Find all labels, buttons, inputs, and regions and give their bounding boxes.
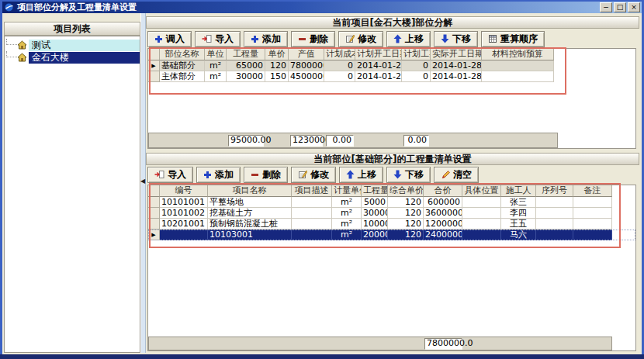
row-selector[interactable]: ▶ [148, 60, 160, 71]
panel-splitter[interactable]: ◀ [140, 13, 146, 353]
grid-cell[interactable]: 10201001 [160, 219, 208, 230]
grid-cell[interactable] [536, 230, 573, 240]
grid-cell[interactable]: m² [205, 71, 227, 82]
delete-button[interactable]: 删除 [244, 167, 288, 183]
column-header[interactable]: 编号 [160, 185, 208, 197]
grid-cell[interactable] [573, 197, 612, 208]
table-row[interactable]: 主体部分m²30000150450000002014-01-2802014-01… [148, 71, 635, 82]
column-header[interactable]: 材料控制预算 [482, 49, 554, 60]
maximize-button[interactable]: □ [614, 2, 626, 12]
grid-cell[interactable] [462, 208, 501, 219]
grid-cell[interactable]: 2400000 [424, 230, 462, 240]
sidebar-item-test[interactable]: 测试 [5, 39, 140, 51]
move-up-button[interactable]: 上移 [386, 31, 431, 47]
row-selector[interactable]: ▶ [148, 230, 160, 240]
grid-cell[interactable]: 2014-01-28 [431, 60, 482, 71]
grid-cell[interactable]: m² [332, 197, 362, 208]
grid-cell[interactable]: 预制钢筋混凝土桩 [208, 219, 292, 230]
grid-cell[interactable] [292, 230, 332, 240]
grid-cell[interactable]: 10000 [362, 219, 388, 230]
grid-cell[interactable]: 挖基础土方 [208, 208, 292, 219]
grid-cell[interactable]: 30000 [362, 208, 388, 219]
grid-cell[interactable]: 2014-01-28 [355, 71, 402, 82]
grid-cell[interactable] [462, 219, 501, 230]
move-down-button[interactable]: 下移 [434, 31, 478, 47]
column-header[interactable]: 序列号 [536, 185, 573, 197]
grid-cell[interactable] [482, 60, 554, 71]
grid-cell[interactable]: 0 [402, 71, 431, 82]
grid-cell[interactable] [536, 219, 573, 230]
grid-cell[interactable]: 3600000 [424, 208, 462, 219]
grid-cell[interactable]: 基础部分 [160, 60, 205, 71]
grid-cell[interactable] [292, 208, 332, 219]
row-selector[interactable] [148, 219, 160, 230]
column-header[interactable]: 部位名称 [160, 49, 205, 60]
grid-cell[interactable]: 10101002 [160, 208, 208, 219]
delete-button[interactable]: 删除 [291, 31, 335, 47]
grid-cell[interactable] [573, 208, 612, 219]
column-header[interactable]: 计划开工日期 [355, 49, 402, 60]
titlebar[interactable]: 项目部位分解及工程量清单设置 − □ × [2, 2, 642, 13]
grid-cell[interactable] [160, 230, 208, 240]
grid-cell[interactable]: 2014-01-28 [355, 60, 402, 71]
sidebar-item-jinshi-building[interactable]: 金石大楼 [5, 51, 140, 64]
column-header[interactable]: 工程量 [227, 49, 265, 60]
grid-cell[interactable]: m² [332, 219, 362, 230]
grid-cell[interactable] [462, 230, 501, 240]
modify-button[interactable]: 修改 [338, 31, 383, 47]
grid-cell[interactable]: 20000 [362, 230, 388, 240]
grid-cell[interactable]: 张三 [501, 197, 536, 208]
grid-cell[interactable]: 120 [388, 219, 424, 230]
row-selector[interactable] [148, 71, 160, 82]
table-row[interactable]: ▶10103001m²200001202400000马六 [148, 230, 635, 240]
grid-cell[interactable]: 120 [388, 197, 424, 208]
column-header[interactable]: 备注 [573, 185, 612, 197]
column-header[interactable]: 工程量 [362, 185, 388, 197]
grid-cell[interactable]: 2014-01-28 [431, 71, 482, 82]
clear-button[interactable]: 清空 [434, 167, 479, 183]
splitter-collapse-arrow[interactable]: ◀ [140, 178, 145, 185]
grid-cell[interactable]: 0 [402, 60, 431, 71]
column-header[interactable]: 合价 [424, 185, 462, 197]
column-header[interactable]: 项目描述 [292, 185, 332, 197]
column-header[interactable]: 具体位置 [462, 185, 501, 197]
row-selector[interactable] [148, 208, 160, 219]
grid-cell[interactable]: 7800000 [289, 60, 324, 71]
grid-cell[interactable]: m² [205, 60, 227, 71]
grid-cell[interactable]: 150 [265, 71, 289, 82]
grid-cell[interactable]: 65000 [227, 60, 265, 71]
grid-cell[interactable]: 马六 [501, 230, 536, 240]
grid-cell[interactable]: 0 [324, 71, 355, 82]
move-down-button[interactable]: 下移 [386, 167, 431, 183]
grid-cell[interactable] [292, 219, 332, 230]
grid-cell[interactable]: 王五 [501, 219, 536, 230]
grid-cell[interactable]: 10101001 [160, 197, 208, 208]
grid-cell[interactable]: 30000 [227, 71, 265, 82]
grid-cell[interactable]: 120 [388, 230, 424, 240]
close-button[interactable]: × [628, 2, 640, 12]
table-row[interactable]: 10201001预制钢筋混凝土桩m²100001201200000王五 [148, 219, 635, 230]
grid-cell[interactable]: 主体部分 [160, 71, 205, 82]
grid-cell[interactable]: m² [332, 208, 362, 219]
column-header[interactable]: 施工人 [501, 185, 536, 197]
grid-cell[interactable] [536, 208, 573, 219]
grid-cell[interactable]: 1200000 [424, 219, 462, 230]
grid-cell[interactable] [482, 71, 554, 82]
column-header[interactable]: 综合单价 [388, 185, 424, 197]
row-selector[interactable] [148, 197, 160, 208]
grid-cell[interactable]: 120 [265, 60, 289, 71]
grid-cell[interactable]: 5000 [362, 197, 388, 208]
import-button[interactable]: 导入 [147, 167, 193, 183]
grid-cell[interactable]: 10103001 [208, 230, 292, 240]
modify-button[interactable]: 修改 [291, 167, 336, 183]
add-button[interactable]: 添加 [244, 31, 288, 47]
column-header[interactable]: 单位 [205, 49, 227, 60]
add-button[interactable]: 添加 [196, 167, 241, 183]
table-row[interactable]: 10101001平整场地m²5000120600000张三 [148, 197, 635, 208]
grid-cell[interactable] [573, 219, 612, 230]
column-header[interactable]: 计量单位 [332, 185, 362, 197]
column-header[interactable]: 实际开工日期 [431, 49, 482, 60]
load-button[interactable]: 调入 [147, 31, 192, 47]
grid-cell[interactable]: m² [332, 230, 362, 240]
table-row[interactable]: ▶基础部分m²65000120780000002014-01-2802014-0… [148, 60, 635, 71]
